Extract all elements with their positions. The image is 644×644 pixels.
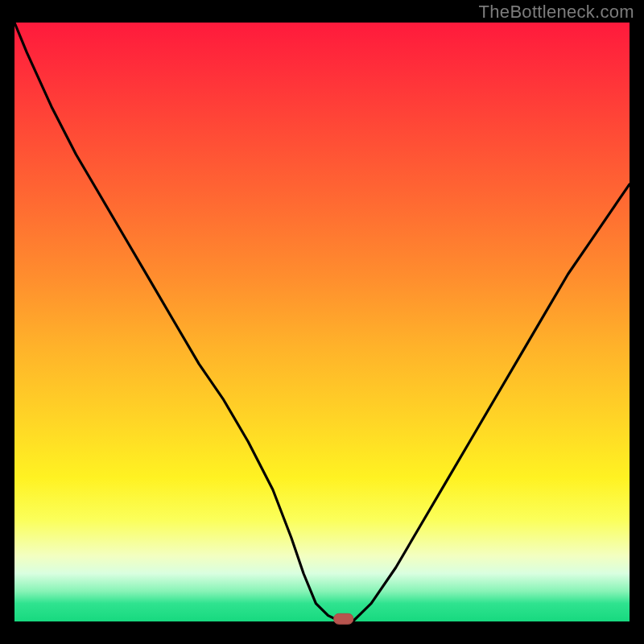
watermark-text: TheBottleneck.com (479, 2, 634, 23)
chart-frame: TheBottleneck.com (0, 0, 644, 644)
plot-area (14, 23, 630, 621)
bottleneck-curve (14, 23, 630, 621)
min-marker (334, 613, 353, 624)
curve-svg (14, 23, 630, 621)
